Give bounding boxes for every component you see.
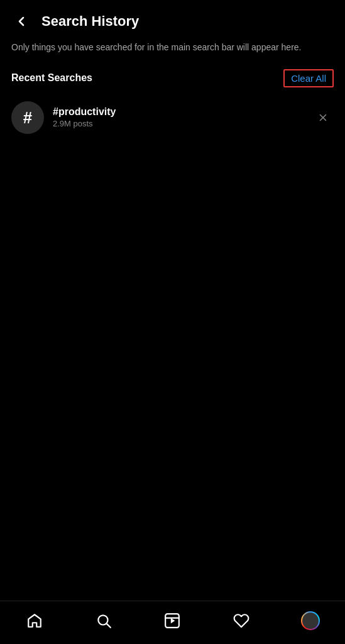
hashtag-icon: #: [23, 109, 32, 126]
hashtag-icon-circle: #: [11, 101, 44, 134]
search-result-item[interactable]: # #productivity 2.9M posts: [0, 95, 345, 140]
svg-line-3: [107, 624, 111, 628]
back-button[interactable]: [11, 11, 31, 31]
nav-profile-button[interactable]: [276, 608, 345, 634]
recent-searches-label: Recent Searches: [11, 72, 92, 84]
content-spacer: [0, 140, 345, 601]
nav-reels-button[interactable]: [138, 608, 207, 633]
recent-searches-section: Recent Searches Clear All: [0, 65, 345, 95]
page-title: Search History: [41, 13, 139, 30]
search-item-count: 2.9M posts: [53, 119, 304, 128]
svg-marker-5: [171, 618, 175, 624]
clear-all-button[interactable]: Clear All: [283, 69, 334, 87]
search-item-name: #productivity: [53, 106, 304, 118]
search-icon: [95, 612, 112, 630]
subtitle-text: Only things you have searched for in the…: [11, 42, 301, 52]
remove-search-item-button[interactable]: [312, 109, 334, 126]
reels-icon: [163, 612, 181, 630]
screen: Search History Only things you have sear…: [0, 0, 345, 644]
bottom-navigation: [0, 601, 345, 644]
subtitle: Only things you have searched for in the…: [0, 38, 345, 65]
profile-avatar: [301, 611, 320, 630]
heart-icon: [233, 612, 250, 630]
nav-home-button[interactable]: [0, 608, 69, 633]
header: Search History: [0, 0, 345, 38]
search-item-info: #productivity 2.9M posts: [53, 106, 304, 128]
home-icon: [26, 612, 43, 630]
profile-avatar-inner: [302, 613, 319, 629]
nav-activity-button[interactable]: [207, 608, 276, 633]
nav-search-button[interactable]: [69, 608, 138, 633]
